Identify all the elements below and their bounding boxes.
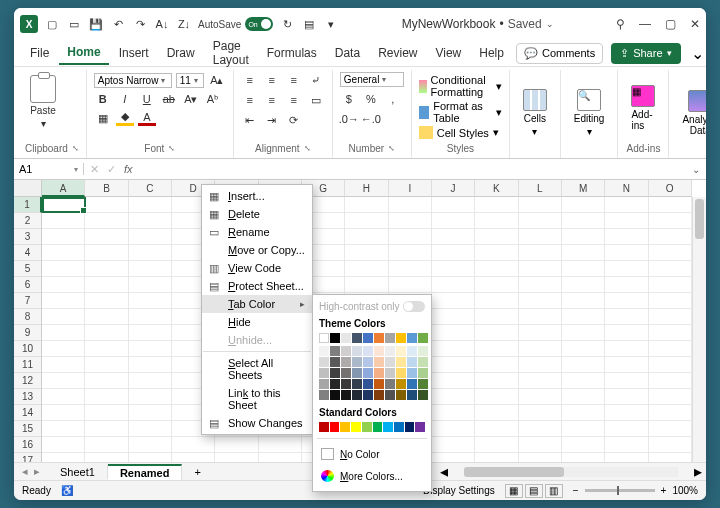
color-swatch[interactable] xyxy=(418,357,428,367)
sheet-tab-sheet1[interactable]: Sheet1 xyxy=(48,465,108,479)
format-as-table-button[interactable]: Format as Table▾ xyxy=(419,100,502,124)
ctx-hide[interactable]: Hide xyxy=(202,313,312,331)
qat-overflow-icon[interactable]: ▾ xyxy=(323,16,339,32)
underline-button[interactable]: U xyxy=(138,91,156,107)
tab-file[interactable]: File xyxy=(22,42,57,64)
addins-button[interactable]: ▦ Add-ins xyxy=(625,72,661,143)
color-swatch[interactable] xyxy=(385,368,395,378)
normal-view-icon[interactable]: ▦ xyxy=(505,484,523,498)
cancel-formula-icon[interactable]: ✕ xyxy=(90,163,99,176)
align-top-icon[interactable]: ≡ xyxy=(241,72,259,88)
color-swatch[interactable] xyxy=(363,333,373,343)
color-swatch[interactable] xyxy=(330,422,340,432)
color-swatch[interactable] xyxy=(418,368,428,378)
color-swatch[interactable] xyxy=(362,422,372,432)
color-swatch[interactable] xyxy=(319,357,329,367)
ctx-link-to-sheet[interactable]: Link to this Sheet xyxy=(202,384,312,414)
color-swatch[interactable] xyxy=(352,357,362,367)
decrease-indent-icon[interactable]: ⇤ xyxy=(241,112,259,128)
color-swatch[interactable] xyxy=(330,333,340,343)
orientation-icon[interactable]: ⟳ xyxy=(285,112,303,128)
align-right-icon[interactable]: ≡ xyxy=(285,92,303,108)
tab-draw[interactable]: Draw xyxy=(159,42,203,64)
sheet-tab-renamed[interactable]: Renamed xyxy=(108,464,183,480)
more-colors-button[interactable]: More Colors... xyxy=(319,467,425,485)
sort-desc-icon[interactable]: Z↓ xyxy=(176,16,192,32)
font-color-button[interactable]: A xyxy=(138,110,156,126)
location-icon[interactable]: ⚲ xyxy=(616,17,625,31)
zoom-slider[interactable] xyxy=(585,489,655,492)
select-all-corner[interactable] xyxy=(14,180,42,197)
font-name-dropdown[interactable]: Aptos Narrow▾ xyxy=(94,73,172,88)
color-swatch[interactable] xyxy=(396,368,406,378)
color-swatch[interactable] xyxy=(415,422,425,432)
color-swatch[interactable] xyxy=(319,390,329,400)
increase-font-icon[interactable]: A▴ xyxy=(208,72,226,88)
color-swatch[interactable] xyxy=(352,379,362,389)
color-swatch[interactable] xyxy=(341,357,351,367)
cell-styles-button[interactable]: Cell Styles▾ xyxy=(419,126,502,139)
color-swatch[interactable] xyxy=(385,379,395,389)
color-swatch[interactable] xyxy=(405,422,415,432)
color-swatch[interactable] xyxy=(330,357,340,367)
color-swatch[interactable] xyxy=(374,346,384,356)
ribbon-options-icon[interactable]: ⌄ xyxy=(691,44,704,63)
align-left-icon[interactable]: ≡ xyxy=(241,92,259,108)
color-swatch[interactable] xyxy=(341,379,351,389)
italic-button[interactable]: I xyxy=(116,91,134,107)
color-swatch[interactable] xyxy=(407,357,417,367)
color-swatch[interactable] xyxy=(319,368,329,378)
bold-button[interactable]: B xyxy=(94,91,112,107)
align-bottom-icon[interactable]: ≡ xyxy=(285,72,303,88)
font-size-dropdown[interactable]: 11▾ xyxy=(176,73,204,88)
ctx-view-code[interactable]: ▥View Code xyxy=(202,259,312,277)
fx-icon[interactable]: fx xyxy=(124,163,133,175)
color-swatch[interactable] xyxy=(383,422,393,432)
history-icon[interactable]: ▤ xyxy=(301,16,317,32)
color-swatch[interactable] xyxy=(330,379,340,389)
color-swatch[interactable] xyxy=(396,333,406,343)
color-swatch[interactable] xyxy=(418,333,428,343)
color-swatch[interactable] xyxy=(363,368,373,378)
conditional-formatting-button[interactable]: Conditional Formatting▾ xyxy=(419,74,502,98)
wrap-text-icon[interactable]: ⤶ xyxy=(307,72,325,88)
color-swatch[interactable] xyxy=(418,346,428,356)
theme-colors-grid[interactable] xyxy=(319,333,425,343)
color-swatch[interactable] xyxy=(394,422,404,432)
color-swatch[interactable] xyxy=(374,333,384,343)
strike-button[interactable]: ab xyxy=(160,91,178,107)
color-swatch[interactable] xyxy=(352,333,362,343)
color-swatch[interactable] xyxy=(407,390,417,400)
zoom-level[interactable]: 100% xyxy=(672,485,698,496)
percent-icon[interactable]: % xyxy=(362,91,380,107)
enter-formula-icon[interactable]: ✓ xyxy=(107,163,116,176)
expand-formula-bar-icon[interactable]: ⌄ xyxy=(686,164,706,175)
zoom-in-icon[interactable]: + xyxy=(661,485,667,496)
tab-home[interactable]: Home xyxy=(59,41,108,65)
color-swatch[interactable] xyxy=(373,422,383,432)
tab-data[interactable]: Data xyxy=(327,42,368,64)
number-format-dropdown[interactable]: General▾ xyxy=(340,72,404,87)
column-headers[interactable]: ABCDEFGHIJKLMNO xyxy=(42,180,692,197)
color-swatch[interactable] xyxy=(363,346,373,356)
page-break-view-icon[interactable]: ▥ xyxy=(545,484,563,498)
zoom-out-icon[interactable]: − xyxy=(573,485,579,496)
color-swatch[interactable] xyxy=(319,422,329,432)
minimize-button[interactable]: — xyxy=(639,17,651,31)
decrease-decimal-icon[interactable]: ←.0 xyxy=(362,111,380,127)
ctx-show-changes[interactable]: ▤Show Changes xyxy=(202,414,312,432)
color-swatch[interactable] xyxy=(407,333,417,343)
autosave-toggle[interactable]: AutoSave On xyxy=(198,17,273,31)
color-swatch[interactable] xyxy=(352,390,362,400)
border-button[interactable]: ▦ xyxy=(94,110,112,126)
color-swatch[interactable] xyxy=(319,333,329,343)
color-swatch[interactable] xyxy=(374,368,384,378)
color-swatch[interactable] xyxy=(319,379,329,389)
maximize-button[interactable]: ▢ xyxy=(665,17,676,31)
sort-asc-icon[interactable]: A↓ xyxy=(154,16,170,32)
sheet-nav-next-icon[interactable]: ▸ xyxy=(34,465,40,478)
currency-icon[interactable]: $ xyxy=(340,91,358,107)
standard-colors-row[interactable] xyxy=(319,422,425,432)
color-swatch[interactable] xyxy=(340,422,350,432)
comments-button[interactable]: 💬 Comments xyxy=(516,43,603,64)
